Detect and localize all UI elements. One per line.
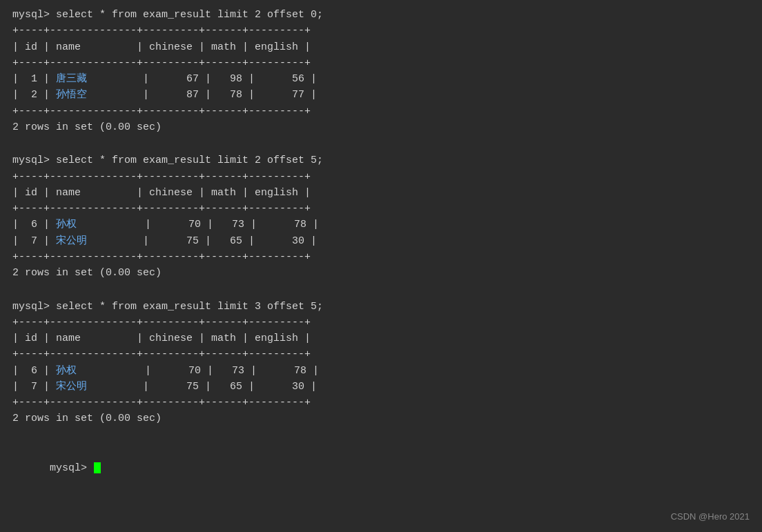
- cell-name: 孙权: [56, 219, 77, 230]
- final-prompt: mysql>: [12, 444, 750, 493]
- cell-id: 1: [25, 73, 37, 85]
- cell-name: 孙悟空: [56, 89, 87, 101]
- watermark: CSDN @Hero 2021: [671, 510, 750, 524]
- table-border-mid-1: +----+--------------+---------+------+--…: [12, 55, 750, 71]
- cell-name: 宋公明: [56, 381, 87, 393]
- result-info-2: 2 rows in set (0.00 sec): [12, 265, 750, 281]
- result-info-1: 2 rows in set (0.00 sec): [12, 119, 750, 135]
- cell-id: 6: [25, 365, 37, 377]
- table-row-2-1: | 6 | 孙权 | 70 | 73 | 78 |: [12, 217, 750, 233]
- table-border-bot-2: +----+--------------+---------+------+--…: [12, 249, 750, 265]
- table-row-3-1: | 6 | 孙权 | 70 | 73 | 78 |: [12, 363, 750, 379]
- cell-id: 6: [25, 219, 37, 230]
- table-border-top-2: +----+--------------+---------+------+--…: [12, 169, 750, 185]
- query-block-1: mysql> select * from exam_result limit 2…: [12, 7, 750, 135]
- query-block-2: mysql> select * from exam_result limit 2…: [12, 152, 750, 281]
- terminal: mysql> select * from exam_result limit 2…: [12, 7, 750, 525]
- query-prompt-1: mysql> select * from exam_result limit 2…: [12, 7, 750, 23]
- cell-id: 7: [25, 235, 37, 247]
- query-block-3: mysql> select * from exam_result limit 3…: [12, 299, 750, 427]
- cell-name: 孙权: [56, 365, 77, 377]
- cell-name: 宋公明: [56, 235, 87, 247]
- cell-id: 7: [25, 381, 37, 393]
- table-header-3: | id | name | chinese | math | english |: [12, 331, 750, 346]
- cell-name: 唐三藏: [56, 73, 87, 85]
- table-border-mid-2: +----+--------------+---------+------+--…: [12, 201, 750, 217]
- query-prompt-3: mysql> select * from exam_result limit 3…: [12, 299, 750, 315]
- table-border-bot-1: +----+--------------+---------+------+--…: [12, 104, 750, 119]
- table-row-1-2: | 2 | 孙悟空 | 87 | 78 | 77 |: [12, 87, 750, 103]
- table-row-2-2: | 7 | 宋公明 | 75 | 65 | 30 |: [12, 233, 750, 249]
- table-header-2: | id | name | chinese | math | english |: [12, 185, 750, 201]
- prompt-text: mysql>: [50, 462, 93, 474]
- result-info-3: 2 rows in set (0.00 sec): [12, 411, 750, 426]
- table-row-1-1: | 1 | 唐三藏 | 67 | 98 | 56 |: [12, 71, 750, 87]
- table-header-1: | id | name | chinese | math | english |: [12, 39, 750, 55]
- cursor-block: [94, 462, 101, 473]
- table-row-3-2: | 7 | 宋公明 | 75 | 65 | 30 |: [12, 379, 750, 395]
- table-border-mid-3: +----+--------------+---------+------+--…: [12, 346, 750, 362]
- final-prompt-line: mysql>: [12, 444, 750, 493]
- table-border-top-3: +----+--------------+---------+------+--…: [12, 315, 750, 331]
- table-border-top-1: +----+--------------+---------+------+--…: [12, 23, 750, 39]
- query-prompt-2: mysql> select * from exam_result limit 2…: [12, 152, 750, 168]
- cell-id: 2: [25, 89, 37, 101]
- table-border-bot-3: +----+--------------+---------+------+--…: [12, 395, 750, 411]
